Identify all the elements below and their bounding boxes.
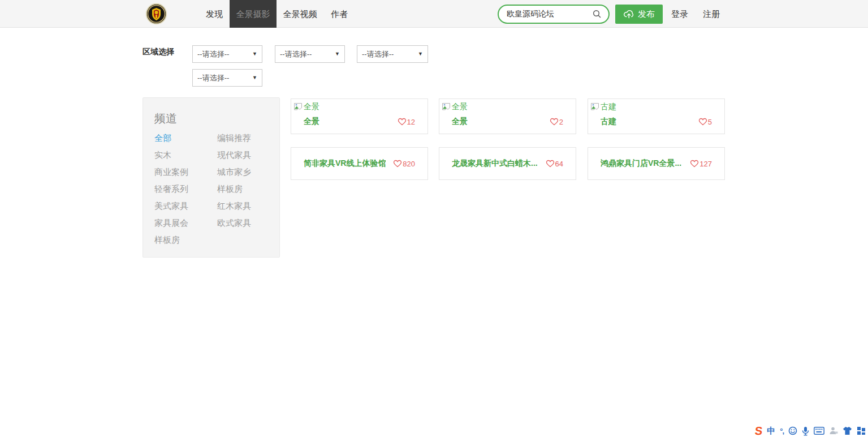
panorama-card[interactable]: 鸿鼎家具门店VR全景... 127 [588, 147, 725, 180]
nav-item-panorama-video[interactable]: 全景视频 [281, 0, 319, 28]
channel-item[interactable]: 家具展会 [154, 217, 217, 234]
card-title[interactable]: 鸿鼎家具门店VR全景... [601, 158, 681, 169]
nav-item-discover[interactable]: 发现 [199, 0, 230, 28]
skin-tshirt-icon[interactable] [843, 426, 852, 435]
select-value: --请选择-- [197, 50, 229, 58]
region-filter-label: 区域选择 [142, 47, 174, 57]
channel-item[interactable]: 现代家具 [217, 149, 269, 166]
heart-icon [690, 160, 699, 168]
heart-icon [393, 160, 402, 168]
channel-panel-title: 频道 [154, 111, 177, 126]
nav-item-author[interactable]: 作者 [328, 0, 351, 28]
card-image-area: 全景 [291, 99, 427, 112]
caret-down-icon: ▼ [418, 46, 423, 62]
like-count: 64 [555, 160, 563, 168]
register-link[interactable]: 注册 [703, 0, 720, 28]
punctuation-toggle-icon[interactable]: °, [780, 427, 784, 435]
card-title[interactable]: 龙晟家具新中式白蜡木... [452, 158, 538, 169]
login-link[interactable]: 登录 [671, 0, 688, 28]
region-select-4[interactable]: --请选择-- ▼ [192, 69, 262, 87]
panorama-card[interactable]: 全景 全景 2 [439, 98, 576, 134]
card-image-alt: 全景 [304, 102, 319, 112]
panorama-card[interactable]: 古建 古建 5 [588, 98, 725, 134]
search-input[interactable] [507, 7, 591, 22]
channel-item[interactable]: 美式家具 [154, 200, 217, 217]
like-count: 12 [407, 118, 415, 126]
like-button[interactable]: 127 [690, 160, 712, 168]
like-count: 820 [403, 160, 415, 168]
region-select-1[interactable]: --请选择-- ▼ [192, 45, 262, 63]
page: 发现 全景摄影 全景视频 作者 发布 登录 注册 区域选择 --请选择-- ▼ [0, 0, 868, 437]
card-image-area: 全景 [439, 99, 576, 112]
region-select-2[interactable]: --请选择-- ▼ [275, 45, 345, 63]
select-value: --请选择-- [280, 50, 312, 58]
heart-icon [546, 160, 555, 168]
like-button[interactable]: 12 [398, 118, 415, 126]
channel-panel: 频道 全部 编辑推荐 实木 现代家具 商业案例 城市家乡 轻奢系列 样板房 美式… [142, 97, 280, 258]
ime-toolbar: S 中 °, [755, 425, 866, 436]
heart-icon [550, 118, 559, 126]
like-count: 127 [699, 160, 712, 168]
like-button[interactable]: 2 [550, 118, 563, 126]
like-button[interactable]: 64 [546, 160, 563, 168]
heart-icon [398, 118, 407, 126]
channel-item[interactable]: 欧式家具 [217, 217, 269, 234]
top-navbar: 发现 全景摄影 全景视频 作者 发布 登录 注册 [0, 0, 868, 28]
toolbox-grid-icon[interactable] [857, 426, 866, 435]
channel-item[interactable]: 编辑推荐 [217, 132, 269, 149]
publish-label: 发布 [638, 9, 655, 20]
caret-down-icon: ▼ [252, 46, 257, 62]
channel-item[interactable]: 轻奢系列 [154, 183, 217, 200]
channel-item[interactable]: 样板房 [217, 183, 269, 200]
channel-item[interactable]: 实木 [154, 149, 217, 166]
card-title[interactable]: 全景 [304, 117, 319, 127]
panorama-card[interactable]: 全景 全景 12 [291, 98, 428, 134]
cloud-upload-icon [623, 9, 634, 19]
search-box[interactable] [498, 5, 610, 24]
card-image-alt: 全景 [452, 102, 468, 112]
channel-item[interactable]: 商业案例 [154, 166, 217, 183]
sogou-logo-icon[interactable]: S [754, 425, 763, 436]
card-image-alt: 古建 [601, 102, 616, 112]
card-title[interactable]: 全景 [452, 117, 468, 127]
card-image-area: 古建 [588, 99, 724, 112]
keyboard-icon[interactable] [814, 427, 824, 435]
like-button[interactable]: 820 [393, 160, 415, 168]
select-value: --请选择-- [197, 74, 229, 82]
panorama-card[interactable]: 龙晟家具新中式白蜡木... 64 [439, 147, 576, 180]
microphone-icon[interactable] [802, 426, 809, 436]
like-button[interactable]: 5 [698, 118, 712, 126]
site-logo[interactable] [146, 3, 167, 24]
select-value: --请选择-- [362, 50, 394, 58]
panorama-card[interactable]: 简非家具VR线上体验馆 820 [291, 147, 428, 180]
account-icon[interactable] [829, 426, 838, 435]
channel-list: 全部 编辑推荐 实木 现代家具 商业案例 城市家乡 轻奢系列 样板房 美式家具 … [154, 132, 267, 251]
nav-item-panorama-photo[interactable]: 全景摄影 [230, 0, 277, 28]
channel-item[interactable]: 城市家乡 [217, 166, 269, 183]
channel-item[interactable]: 样板房 [154, 234, 217, 251]
channel-item-all[interactable]: 全部 [154, 132, 217, 149]
crest-logo-icon [147, 5, 166, 23]
search-icon[interactable] [593, 10, 602, 19]
emoji-icon[interactable] [788, 426, 797, 435]
card-title[interactable]: 古建 [601, 117, 616, 127]
broken-image-icon [590, 102, 599, 112]
heart-icon [698, 118, 707, 126]
region-select-3[interactable]: --请选择-- ▼ [357, 45, 428, 63]
chinese-english-toggle-icon[interactable]: 中 [767, 426, 775, 436]
like-count: 5 [708, 118, 712, 126]
channel-item[interactable]: 红木家具 [217, 200, 269, 217]
card-title[interactable]: 简非家具VR线上体验馆 [304, 158, 386, 169]
like-count: 2 [559, 118, 563, 126]
caret-down-icon: ▼ [252, 70, 257, 86]
broken-image-icon [293, 102, 303, 112]
broken-image-icon [442, 102, 451, 112]
caret-down-icon: ▼ [335, 46, 340, 62]
publish-button[interactable]: 发布 [615, 5, 663, 24]
